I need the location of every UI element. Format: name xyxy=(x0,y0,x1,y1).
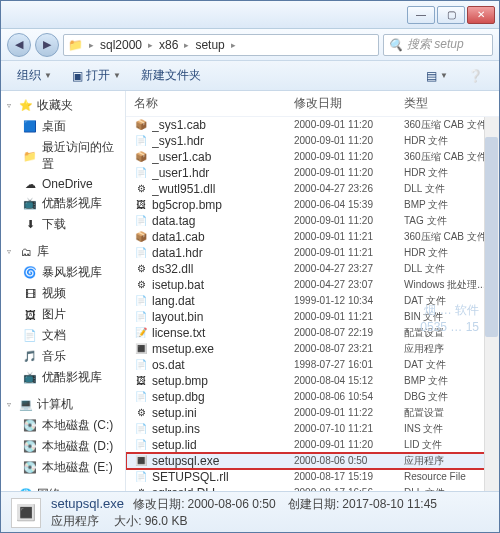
sidebar-item-icon: 📺 xyxy=(23,371,37,385)
main: ▿⭐收藏夹🟦桌面📁最近访问的位置☁OneDrive📺优酷影视库⬇下载▿🗂库🌀暴风… xyxy=(1,91,499,491)
sidebar-header[interactable]: ▿💻计算机 xyxy=(1,394,125,415)
file-row[interactable]: 📄data1.hdr2000-09-01 11:21HDR 文件 xyxy=(126,245,499,261)
file-list: 📦_sys1.cab2000-09-01 11:20360压缩 CAB 文件📄_… xyxy=(126,117,499,491)
sidebar-item[interactable]: 🟦桌面 xyxy=(1,116,125,137)
sidebar-item-icon: ⬇ xyxy=(23,218,37,232)
sidebar-item[interactable]: 💽本地磁盘 (C:) xyxy=(1,415,125,436)
breadcrumb[interactable]: x86 xyxy=(159,38,178,52)
file-icon: ⚙ xyxy=(134,487,148,492)
file-row[interactable]: 📄_user1.hdr2000-09-01 11:20HDR 文件 xyxy=(126,165,499,181)
sidebar-item[interactable]: 📁最近访问的位置 xyxy=(1,137,125,175)
forward-button[interactable]: ▶ xyxy=(35,33,59,57)
file-icon: 📦 xyxy=(134,151,148,164)
file-row[interactable]: ⚙sqlresld.DLL2000-08-17 16:56DLL 文件 xyxy=(126,485,499,491)
sidebar-item[interactable]: 🖼图片 xyxy=(1,304,125,325)
back-button[interactable]: ◀ xyxy=(7,33,31,57)
scrollbar-thumb[interactable] xyxy=(485,137,498,337)
chevron-right-icon: ▸ xyxy=(184,40,189,50)
view-button[interactable]: ▤▼ xyxy=(418,67,456,85)
file-icon: 📦 xyxy=(134,231,148,244)
search-input[interactable]: 🔍 搜索 setup xyxy=(383,34,493,56)
file-icon: 📄 xyxy=(134,247,148,260)
breadcrumb[interactable]: setup xyxy=(195,38,224,52)
scrollbar[interactable] xyxy=(484,117,499,491)
column-date[interactable]: 修改日期 xyxy=(294,95,404,112)
file-icon: ⚙ xyxy=(134,407,148,420)
sidebar-item[interactable]: 🎵音乐 xyxy=(1,346,125,367)
sidebar-item[interactable]: 💽本地磁盘 (D:) xyxy=(1,436,125,457)
column-name[interactable]: 名称 xyxy=(134,95,294,112)
file-row[interactable]: 🔳setupsql.exe2000-08-06 0:50应用程序 xyxy=(126,453,499,469)
file-row[interactable]: 📄os.dat1998-07-27 16:01DAT 文件 xyxy=(126,357,499,373)
open-button[interactable]: ▣ 打开▼ xyxy=(64,65,129,86)
file-row[interactable]: 🖼setup.bmp2000-08-04 15:12BMP 文件 xyxy=(126,373,499,389)
help-button[interactable]: ❔ xyxy=(460,67,491,85)
breadcrumb[interactable]: sql2000 xyxy=(100,38,142,52)
close-button[interactable]: ✕ xyxy=(467,6,495,24)
sidebar-item[interactable]: 🎞视频 xyxy=(1,283,125,304)
file-icon: 🔳 xyxy=(134,343,148,356)
sidebar-item[interactable]: 🌀暴风影视库 xyxy=(1,262,125,283)
search-placeholder: 搜索 setup xyxy=(407,36,464,53)
file-row[interactable]: ⚙isetup.bat2000-04-27 23:07Windows 批处理..… xyxy=(126,277,499,293)
file-row[interactable]: 📦_sys1.cab2000-09-01 11:20360压缩 CAB 文件 xyxy=(126,117,499,133)
file-icon: 📄 xyxy=(134,167,148,180)
file-icon: 🖼 xyxy=(134,375,148,388)
sidebar-item-icon: 🎞 xyxy=(23,287,37,301)
sidebar-item-icon: 🟦 xyxy=(23,120,37,134)
address-bar[interactable]: 📁 ▸ sql2000 ▸ x86 ▸ setup ▸ xyxy=(63,34,379,56)
file-icon: 🔳 xyxy=(134,455,148,468)
sidebar-item-icon: 🌀 xyxy=(23,266,37,280)
sidebar-item-icon: 💽 xyxy=(23,440,37,454)
organize-button[interactable]: 组织▼ xyxy=(9,65,60,86)
file-icon: 📄 xyxy=(134,439,148,452)
sidebar-item[interactable]: 📺优酷影视库 xyxy=(1,367,125,388)
sidebar-item-icon: 💽 xyxy=(23,461,37,475)
new-folder-button[interactable]: 新建文件夹 xyxy=(133,65,209,86)
sidebar-item[interactable]: 📺优酷影视库 xyxy=(1,193,125,214)
file-row[interactable]: 📄_sys1.hdr2000-09-01 11:20HDR 文件 xyxy=(126,133,499,149)
sidebar-item-icon: ☁ xyxy=(23,177,37,191)
file-row[interactable]: 📄layout.bin2000-09-01 11:21BIN 文件 xyxy=(126,309,499,325)
chevron-down-icon: ▿ xyxy=(7,490,15,491)
file-row[interactable]: 📦_user1.cab2000-09-01 11:20360压缩 CAB 文件 xyxy=(126,149,499,165)
file-row[interactable]: 🔳msetup.exe2000-08-07 23:21应用程序 xyxy=(126,341,499,357)
sidebar-header[interactable]: ▿🗂库 xyxy=(1,241,125,262)
column-type[interactable]: 类型 xyxy=(404,95,493,112)
file-row[interactable]: 📄lang.dat1999-01-12 10:34DAT 文件 xyxy=(126,293,499,309)
sidebar-header[interactable]: ▿⭐收藏夹 xyxy=(1,95,125,116)
sidebar-item-icon: 📺 xyxy=(23,197,37,211)
file-row[interactable]: 📄setup.lid2000-09-01 11:20LID 文件 xyxy=(126,437,499,453)
file-row[interactable]: ⚙ds32.dll2000-04-27 23:27DLL 文件 xyxy=(126,261,499,277)
status-text: setupsql.exe 修改日期: 2000-08-06 0:50 创建日期:… xyxy=(51,495,437,530)
sidebar-item[interactable]: ⬇下载 xyxy=(1,214,125,235)
file-row[interactable]: 🖼bg5crop.bmp2000-06-04 15:39BMP 文件 xyxy=(126,197,499,213)
status-filename: setupsql.exe xyxy=(51,496,124,511)
file-row[interactable]: 📄SETUPSQL.rll2000-08-17 15:19Resource Fi… xyxy=(126,469,499,485)
file-row[interactable]: 📄setup.dbg2000-08-06 10:54DBG 文件 xyxy=(126,389,499,405)
titlebar: — ▢ ✕ xyxy=(1,1,499,29)
file-row[interactable]: ⚙_wutl951.dll2000-04-27 23:26DLL 文件 xyxy=(126,181,499,197)
file-row[interactable]: 📦data1.cab2000-09-01 11:21360压缩 CAB 文件 xyxy=(126,229,499,245)
file-icon: ⚙ xyxy=(134,279,148,292)
sidebar-item-icon: 📄 xyxy=(23,329,37,343)
file-icon: ⚙ xyxy=(134,263,148,276)
file-row[interactable]: 📝license.txt2000-08-07 22:19配置设置 xyxy=(126,325,499,341)
sidebar-header[interactable]: ▿🌐网络 xyxy=(1,484,125,491)
file-row[interactable]: 📄data.tag2000-09-01 11:20TAG 文件 xyxy=(126,213,499,229)
folder-icon: 📁 xyxy=(68,38,83,52)
sidebar-item[interactable]: ☁OneDrive xyxy=(1,175,125,193)
sidebar-item-icon: 💽 xyxy=(23,419,37,433)
sidebar-item[interactable]: 💽本地磁盘 (E:) xyxy=(1,457,125,478)
column-headers: 名称 修改日期 类型 xyxy=(126,91,499,117)
file-icon: ⚙ xyxy=(134,183,148,196)
file-row[interactable]: 📄setup.ins2000-07-10 11:21INS 文件 xyxy=(126,421,499,437)
chevron-right-icon: ▸ xyxy=(89,40,94,50)
statusbar: 🔳 setupsql.exe 修改日期: 2000-08-06 0:50 创建日… xyxy=(1,491,499,533)
navbar: ◀ ▶ 📁 ▸ sql2000 ▸ x86 ▸ setup ▸ 🔍 搜索 set… xyxy=(1,29,499,61)
file-row[interactable]: ⚙setup.ini2000-09-01 11:22配置设置 xyxy=(126,405,499,421)
maximize-button[interactable]: ▢ xyxy=(437,6,465,24)
sidebar-item[interactable]: 📄文档 xyxy=(1,325,125,346)
minimize-button[interactable]: — xyxy=(407,6,435,24)
file-icon: 📄 xyxy=(134,215,148,228)
